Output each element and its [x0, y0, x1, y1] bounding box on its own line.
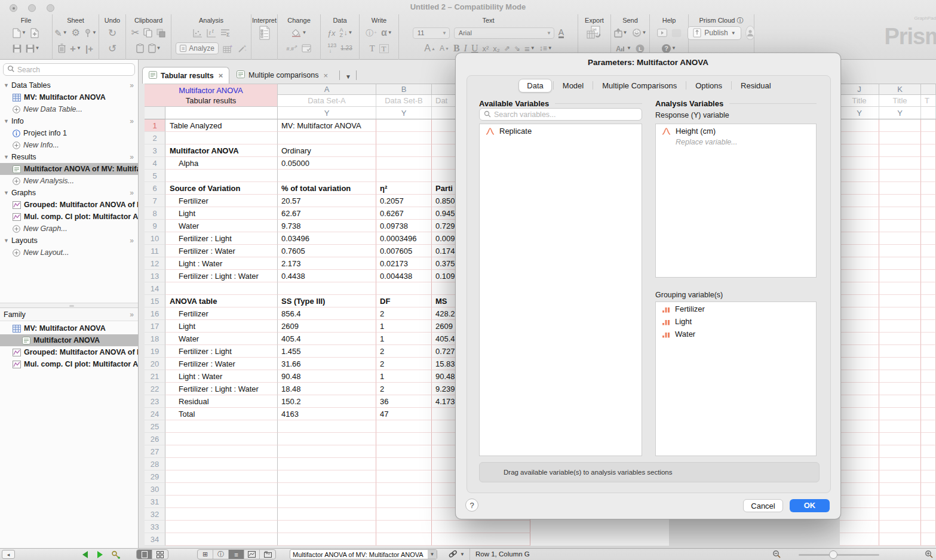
sheet-cell[interactable] [278, 496, 376, 508]
sheet-cell[interactable] [376, 508, 432, 521]
row-number[interactable]: 1 [145, 119, 165, 132]
sheet-cell[interactable] [879, 470, 921, 483]
disclosure-icon[interactable]: ▼ [4, 154, 9, 160]
scissors-icon[interactable]: ✂ [131, 28, 139, 38]
sidebar-item[interactable]: Mul. comp. CI plot: Multifactor AN [0, 211, 139, 223]
row-number[interactable]: 10 [145, 232, 165, 245]
sheet-cell[interactable] [879, 207, 921, 220]
sheet-cell[interactable]: η² [376, 182, 432, 195]
sidebar-splitter[interactable] [0, 303, 139, 308]
sidebar-section-layouts[interactable]: ▼Layouts» [0, 235, 139, 247]
sheet-cell[interactable]: Residual [165, 395, 278, 408]
sheet-cell[interactable]: Fertilizer : Light : Water [165, 270, 278, 282]
sheet-cell[interactable] [879, 119, 921, 132]
family-item[interactable]: Grouped: Multifactor ANOVA of M [0, 346, 139, 358]
column-y-header[interactable]: Y [879, 107, 921, 119]
sheet-cell[interactable] [921, 483, 936, 496]
sheet-cell[interactable]: % of total variation [278, 182, 376, 195]
sheet-cell[interactable] [879, 370, 921, 383]
duplicate-icon[interactable] [156, 29, 165, 38]
row-number[interactable]: 34 [145, 533, 165, 546]
row-number[interactable]: 30 [145, 483, 165, 496]
section-more-icon[interactable]: » [130, 189, 134, 197]
sheet-cell[interactable] [840, 433, 879, 445]
variable-search[interactable] [479, 108, 642, 121]
sheet-cell[interactable] [165, 420, 278, 433]
sheet-cell[interactable] [165, 496, 278, 508]
sheet-cell[interactable] [879, 445, 921, 458]
T-plain-icon[interactable]: T [369, 44, 375, 53]
column-letter-header[interactable]: B [376, 84, 432, 95]
sheet-cell[interactable] [840, 533, 879, 546]
sheet-cell[interactable]: 1.455 [278, 345, 376, 358]
sheet-cell[interactable] [921, 345, 936, 358]
sheet-cell[interactable] [921, 433, 936, 445]
sheet-cell[interactable] [376, 458, 432, 470]
row-number[interactable]: 2 [145, 132, 165, 144]
alpha-icon[interactable]: α ▼ [381, 28, 392, 38]
sheet-cell[interactable] [879, 358, 921, 370]
sheet-cell[interactable] [921, 358, 936, 370]
results-view-button[interactable]: ≡ [229, 550, 244, 559]
cube-icon[interactable]: ▼ [632, 28, 647, 38]
row-number[interactable]: 12 [145, 257, 165, 270]
align-icon[interactable]: ≡ ▼ [524, 44, 535, 53]
sheet-cell[interactable] [840, 420, 879, 433]
row-number[interactable]: 29 [145, 470, 165, 483]
sheet-cell[interactable] [921, 370, 936, 383]
sheet-cell[interactable] [879, 508, 921, 521]
sheet-cell[interactable] [879, 533, 921, 546]
sheet-cell[interactable] [376, 496, 432, 508]
sheet-cell[interactable]: 0.0003496 [376, 232, 432, 245]
sheet-cell[interactable]: Alpha [165, 157, 278, 170]
sheet-cell[interactable] [165, 132, 278, 144]
dialog-tab-residual[interactable]: Residual [733, 79, 779, 92]
sheet-cell[interactable]: Water [165, 333, 278, 345]
sheet-cell[interactable] [278, 521, 376, 533]
pencil-icon[interactable]: ✎ ▼ [54, 29, 67, 38]
sheet-cell[interactable] [165, 433, 278, 445]
link-icon[interactable] [448, 550, 459, 560]
row-number[interactable]: 8 [145, 207, 165, 220]
interpret-doc-icon[interactable] [259, 26, 271, 40]
sheet-cell[interactable]: 1 [376, 370, 432, 383]
sheet-cell[interactable] [165, 508, 278, 521]
sheet-cell[interactable]: Fertilizer : Water [165, 358, 278, 370]
sheet-cell[interactable] [879, 282, 921, 295]
share-icon[interactable]: ▼ [614, 28, 628, 38]
sheet-cell[interactable] [879, 496, 921, 508]
column-y-header[interactable]: Y [840, 107, 879, 119]
column-letter-header[interactable]: J [840, 84, 879, 95]
rot-down-icon[interactable]: ⇘ [514, 45, 520, 52]
row-number[interactable]: 21 [145, 370, 165, 383]
sheet-cell[interactable] [879, 307, 921, 320]
sheet-cell[interactable]: Light [165, 207, 278, 220]
row-number[interactable]: 15 [145, 295, 165, 307]
sheet-cell[interactable] [879, 320, 921, 333]
sheet-cell[interactable] [165, 282, 278, 295]
sidebar-item[interactable]: Grouped: Multifactor ANOVA of M [0, 199, 139, 211]
row-number[interactable]: 25 [145, 420, 165, 433]
sheet-cell[interactable] [879, 182, 921, 195]
sheet-cell[interactable]: 2 [376, 345, 432, 358]
sheet-cell[interactable] [840, 232, 879, 245]
sheet-cell[interactable] [921, 470, 936, 483]
sheet-cell[interactable]: 90.48 [278, 370, 376, 383]
sheet-cell[interactable] [165, 445, 278, 458]
sheet-cell[interactable] [921, 245, 936, 257]
sheet-cell[interactable] [278, 420, 376, 433]
sheet-cell[interactable]: 0.2057 [376, 195, 432, 207]
sheet-cell[interactable] [840, 383, 879, 395]
sheet-cell[interactable]: MV: Multifactor ANOVA [278, 119, 376, 132]
sheet-cell[interactable] [879, 132, 921, 144]
A-up-icon[interactable]: A▲ [424, 44, 435, 53]
sheet-cell[interactable] [376, 420, 432, 433]
section-more-icon[interactable]: » [130, 81, 134, 90]
sheet-cell[interactable] [921, 220, 936, 232]
sheet-cell[interactable]: Fertilizer : Light : Water [165, 383, 278, 395]
sheet-cell[interactable]: 0.4438 [278, 270, 376, 282]
zoom-slider-knob[interactable] [829, 550, 837, 559]
sheet-cell[interactable] [432, 533, 530, 546]
key-icon[interactable] [111, 550, 121, 560]
row-number[interactable]: 9 [145, 220, 165, 232]
